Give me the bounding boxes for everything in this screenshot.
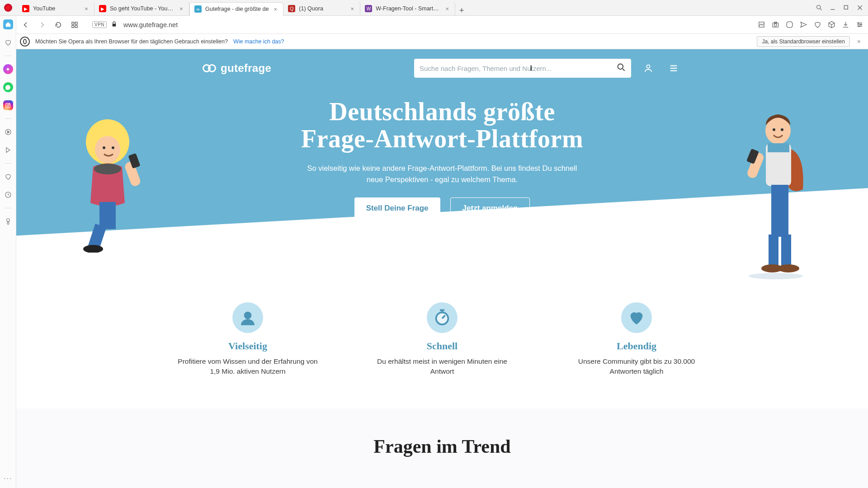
svg-point-56: [749, 273, 803, 279]
cube-icon[interactable]: [828, 21, 835, 28]
svg-rect-50: [768, 143, 789, 152]
reload-button[interactable]: [52, 19, 64, 31]
address-bar-row: VPN www.gutefrage.net: [0, 16, 868, 34]
sidebar-history-icon[interactable]: [3, 190, 13, 200]
svg-point-55: [778, 264, 799, 272]
sidebar-heart-icon[interactable]: [3, 172, 13, 182]
site-search[interactable]: I: [414, 59, 631, 78]
favicon-icon: ∞: [194, 5, 202, 13]
svg-point-20: [859, 26, 859, 27]
forward-button[interactable]: [36, 19, 48, 31]
sidebar-instagram-icon[interactable]: [3, 100, 13, 110]
ask-question-button[interactable]: Stell Deine Frage: [354, 197, 440, 219]
feature-user-icon: [232, 302, 263, 333]
sidebar-messenger-icon[interactable]: ✦: [3, 64, 13, 74]
opera-logo-icon: [20, 37, 30, 47]
speed-dial-button[interactable]: [69, 19, 80, 31]
download-icon[interactable]: [842, 21, 849, 28]
infobar-help-link[interactable]: Wie mache ich das?: [233, 38, 284, 45]
menu-button[interactable]: [665, 60, 682, 76]
feature-heart-icon: [621, 302, 652, 333]
close-icon[interactable]: ×: [178, 5, 184, 12]
maximize-icon[interactable]: [843, 4, 850, 11]
user-button[interactable]: [640, 60, 656, 76]
search-input[interactable]: [420, 65, 617, 72]
snapshot-icon[interactable]: [758, 21, 765, 28]
page-scroll[interactable]: gutefrage I Deutschlands größte Frage-An…: [16, 49, 868, 488]
svg-rect-3: [844, 5, 848, 9]
svg-rect-8: [72, 25, 74, 28]
opera-menu-button[interactable]: [0, 0, 16, 15]
brand[interactable]: gutefrage: [203, 62, 271, 75]
sidebar-pinboard-icon[interactable]: [3, 216, 13, 226]
tabs-container: ▶ YouTube × ▶ So geht YouTube - YouTub ×…: [16, 0, 811, 15]
tab-title: Gutefrage - die größte de: [205, 6, 269, 12]
camera-icon[interactable]: [772, 21, 779, 28]
tab-youtube[interactable]: ▶ YouTube ×: [18, 2, 94, 15]
brand-text: gutefrage: [221, 62, 271, 75]
close-window-icon[interactable]: [856, 4, 863, 11]
minimize-icon[interactable]: [829, 4, 836, 11]
svg-line-30: [623, 69, 624, 70]
svg-rect-6: [72, 22, 74, 24]
svg-rect-7: [75, 22, 77, 24]
set-default-button[interactable]: Ja, als Standardbrowser einstellen: [757, 36, 849, 47]
feature-lebendig: Lebendig Unsere Community gibt bis zu 30…: [566, 302, 707, 377]
hero-subtitle: So vielseitig wie keine andere Frage-Ant…: [302, 163, 582, 185]
svg-marker-26: [6, 148, 10, 153]
easy-setup-icon[interactable]: [856, 21, 863, 28]
feature-desc: Du erhältst meist in wenigen Minuten ein…: [372, 357, 512, 377]
lock-icon[interactable]: [111, 21, 117, 28]
back-button[interactable]: [20, 19, 32, 31]
sidebar-player-icon[interactable]: [3, 127, 13, 137]
hero-illustration-left: [71, 117, 153, 253]
svg-point-40: [94, 164, 121, 174]
tab-quora[interactable]: Q (1) Quora ×: [283, 2, 360, 15]
close-icon[interactable]: ×: [272, 6, 278, 12]
address-field[interactable]: www.gutefrage.net: [122, 21, 753, 28]
close-icon[interactable]: ×: [83, 5, 90, 12]
favicon-icon: ▶: [99, 5, 106, 12]
svg-rect-53: [781, 235, 791, 266]
tab-wfragen[interactable]: W W-Fragen-Tool - Smarte k ×: [360, 2, 455, 15]
svg-point-28: [6, 219, 9, 222]
heart-icon[interactable]: [814, 21, 821, 28]
send-icon[interactable]: [800, 21, 807, 28]
close-icon[interactable]: ×: [444, 5, 450, 12]
hero-title: Deutschlands größte Frage-Antwort-Plattf…: [203, 98, 682, 153]
feature-stopwatch-icon: [427, 302, 458, 333]
svg-marker-14: [787, 22, 793, 28]
browser-tab-strip: ▶ YouTube × ▶ So geht YouTube - YouTub ×…: [0, 0, 868, 16]
sidebar-home-icon[interactable]: [3, 19, 13, 29]
adblock-icon[interactable]: [786, 21, 793, 28]
close-icon[interactable]: ×: [349, 5, 355, 12]
tab-gutefrage[interactable]: ∞ Gutefrage - die größte de ×: [189, 2, 283, 16]
svg-point-48: [781, 128, 783, 131]
sidebar-flow-icon[interactable]: [3, 145, 13, 155]
tab-so-geht-youtube[interactable]: ▶ So geht YouTube - YouTub ×: [94, 2, 189, 15]
tab-title: (1) Quora: [299, 5, 345, 12]
favicon-icon: W: [365, 5, 372, 12]
tab-title: W-Fragen-Tool - Smarte k: [376, 5, 440, 12]
sidebar-more-icon[interactable]: ···: [4, 474, 12, 483]
search-tabs-icon[interactable]: [816, 4, 823, 11]
default-browser-infobar: Möchten Sie Opera als Ihren Browser für …: [0, 34, 868, 49]
svg-line-1: [820, 9, 821, 10]
features-section: Vielseitig Profitiere vom Wissen und der…: [16, 262, 868, 408]
new-tab-button[interactable]: +: [455, 6, 468, 15]
sidebar-bookmark-icon[interactable]: [3, 38, 13, 47]
svg-point-47: [773, 128, 775, 131]
sidebar-whatsapp-icon[interactable]: [3, 82, 13, 92]
favicon-icon: Q: [288, 5, 295, 12]
site-topbar: gutefrage I: [203, 49, 682, 84]
login-button[interactable]: Jetzt anmelden: [450, 197, 530, 219]
feature-schnell: Schnell Du erhältst meist in wenigen Min…: [372, 302, 512, 377]
address-actions: [758, 21, 863, 28]
svg-rect-9: [75, 25, 77, 28]
window-controls: [811, 0, 868, 15]
search-icon[interactable]: [617, 63, 626, 74]
hero-section: gutefrage I Deutschlands größte Frage-An…: [16, 49, 868, 262]
infobar-close-icon[interactable]: ×: [855, 38, 863, 45]
vpn-badge[interactable]: VPN: [92, 21, 107, 28]
brand-logo-icon: [203, 64, 216, 72]
